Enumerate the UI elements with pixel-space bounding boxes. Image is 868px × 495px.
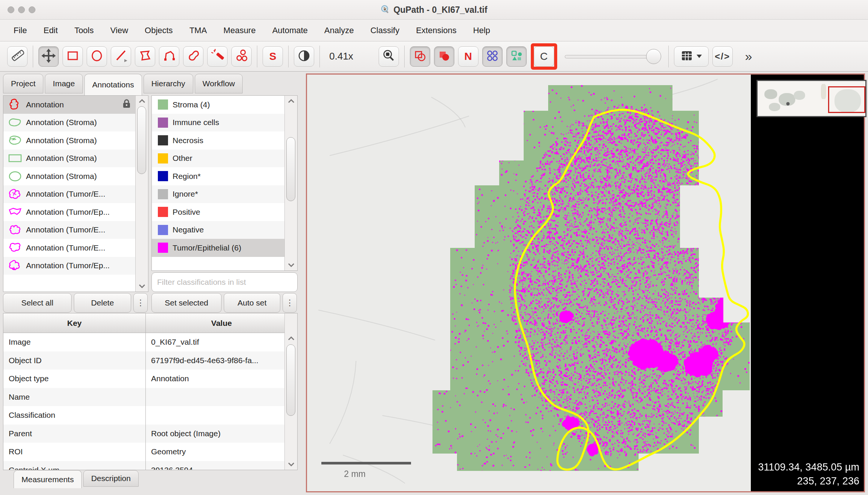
list-item[interactable]: Annotation (Stroma) — [3, 131, 148, 150]
show-annotations-button[interactable] — [410, 46, 430, 67]
toolbar-overflow-button[interactable]: » — [745, 49, 752, 64]
set-selected-button[interactable]: Set selected — [151, 293, 222, 313]
menu-tma[interactable]: TMA — [189, 26, 207, 35]
channels-icon: C — [540, 50, 547, 63]
brush-tool-button[interactable] — [183, 46, 203, 67]
list-item[interactable]: Other — [152, 150, 297, 168]
list-item[interactable]: Annotation (Stroma) — [3, 150, 148, 168]
list-item[interactable]: Annotation (Tumor/E... — [3, 239, 148, 257]
scrollbar-thumb[interactable] — [286, 344, 295, 416]
fill-annotations-button[interactable] — [434, 46, 454, 67]
points-tool-button[interactable] — [231, 46, 252, 67]
scroll-down-icon[interactable] — [288, 263, 295, 267]
annotation-shape-icon — [7, 241, 23, 255]
table-row[interactable]: Object ID67197f9d-ed45-4e63-9f86-fa... — [3, 351, 284, 370]
list-item[interactable]: Annotation — [3, 96, 148, 114]
list-item[interactable]: Annotation (Tumor/E... — [3, 221, 148, 239]
scroll-down-icon[interactable] — [288, 462, 295, 467]
show-names-button[interactable]: N — [458, 46, 478, 67]
class-list-scrollbar[interactable] — [284, 96, 297, 270]
list-item[interactable]: Tumor/Epithelial (6) — [152, 239, 297, 257]
column-header-key[interactable]: Key — [3, 313, 146, 333]
line-tool-button[interactable] — [111, 46, 131, 67]
table-row[interactable]: Image0_KI67_val.tif — [3, 333, 284, 351]
list-item[interactable]: Ignore* — [152, 185, 297, 203]
menu-analyze[interactable]: Analyze — [324, 26, 354, 35]
tab-project[interactable]: Project — [3, 74, 43, 93]
more-options-button[interactable]: ⋮ — [133, 293, 148, 313]
slider-knob[interactable] — [646, 49, 661, 64]
list-item[interactable]: Immune cells — [152, 114, 297, 132]
menu-edit[interactable]: Edit — [43, 26, 58, 35]
polyline-tool-button[interactable] — [159, 46, 179, 67]
scroll-down-icon[interactable] — [139, 284, 145, 289]
tab-workflow[interactable]: Workflow — [195, 74, 243, 93]
brightness-contrast-button[interactable] — [294, 46, 314, 67]
menu-view[interactable]: View — [110, 26, 128, 35]
polygon-tool-button[interactable] — [135, 46, 155, 67]
menu-file[interactable]: File — [14, 26, 27, 35]
tab-image[interactable]: Image — [45, 74, 83, 93]
more-options-button[interactable]: ⋮ — [283, 293, 297, 313]
menu-tools[interactable]: Tools — [74, 26, 93, 35]
annotation-list-scrollbar[interactable] — [135, 96, 148, 292]
menu-extensions[interactable]: Extensions — [416, 26, 457, 35]
tab-measurements[interactable]: Measurements — [14, 470, 82, 488]
channels-button[interactable]: C — [534, 46, 554, 67]
table-row[interactable]: ROIGeometry — [3, 443, 284, 461]
list-item[interactable]: Annotation (Stroma) — [3, 114, 148, 132]
scrollbar-thumb[interactable] — [137, 106, 146, 174]
wand-tool-button[interactable] — [207, 46, 228, 67]
table-row[interactable]: Classification — [3, 406, 284, 425]
list-item[interactable]: Annotation (Tumor/Ep... — [3, 257, 148, 275]
select-all-button[interactable]: Select all — [3, 293, 72, 313]
list-item[interactable]: Annotation (Tumor/E... — [3, 185, 148, 203]
slide-overview-button[interactable] — [7, 46, 28, 67]
table-scrollbar[interactable] — [284, 313, 297, 470]
move-tool-button[interactable] — [38, 46, 59, 67]
menu-measure[interactable]: Measure — [223, 26, 256, 35]
menu-classify[interactable]: Classify — [370, 26, 399, 35]
image-viewer[interactable]: 31109.34, 3485.05 µm 235, 237, 236 2 mm — [306, 73, 865, 492]
zoom-level-value[interactable]: 0.41x — [329, 50, 353, 62]
show-detections-button[interactable] — [482, 46, 503, 67]
tab-description[interactable]: Description — [83, 470, 139, 487]
table-row[interactable]: Centroid X µm39136.3594 — [3, 461, 284, 470]
script-editor-button[interactable]: </> — [712, 46, 733, 67]
filter-classifications-input[interactable]: Filter classifications in list — [151, 272, 298, 292]
tab-hierarchy[interactable]: Hierarchy — [144, 74, 193, 93]
class-label: Immune cells — [173, 118, 219, 127]
column-header-value[interactable]: Value — [146, 313, 297, 333]
slide-canvas[interactable] — [307, 75, 864, 491]
overview-thumbnail[interactable] — [756, 80, 866, 117]
table-row[interactable]: Name — [3, 388, 284, 406]
scrollbar-thumb[interactable] — [286, 137, 295, 201]
list-item[interactable]: Stroma (4) — [152, 96, 297, 114]
list-item[interactable]: Positive — [152, 203, 297, 221]
list-item[interactable]: Region* — [152, 167, 297, 185]
auto-set-button[interactable]: Auto set — [224, 293, 280, 313]
table-row[interactable]: Object typeAnnotation — [3, 370, 284, 388]
menu-help[interactable]: Help — [473, 26, 490, 35]
overview-viewport-rectangle[interactable] — [828, 86, 865, 113]
list-item[interactable]: Annotation (Stroma) — [3, 167, 148, 185]
table-row[interactable]: ParentRoot object (Image) — [3, 425, 284, 443]
zoom-to-fit-button[interactable] — [379, 46, 399, 67]
slider-track[interactable] — [565, 55, 660, 58]
opacity-slider[interactable] — [565, 49, 660, 64]
list-item[interactable]: Negative — [152, 221, 297, 239]
selection-mode-button[interactable]: S — [263, 46, 283, 67]
menu-objects[interactable]: Objects — [145, 26, 173, 35]
scroll-up-icon[interactable] — [288, 336, 295, 341]
scroll-up-icon[interactable] — [139, 99, 145, 103]
measurement-tables-button[interactable] — [674, 46, 709, 67]
fill-detections-button[interactable] — [506, 46, 527, 67]
list-item[interactable]: Annotation (Tumor/Ep... — [3, 203, 148, 221]
delete-button[interactable]: Delete — [74, 293, 131, 313]
scroll-up-icon[interactable] — [288, 99, 295, 103]
rectangle-tool-button[interactable] — [63, 46, 83, 67]
menu-automate[interactable]: Automate — [272, 26, 308, 35]
list-item[interactable]: Necrosis — [152, 131, 297, 150]
tab-annotations[interactable]: Annotations — [84, 74, 142, 95]
ellipse-tool-button[interactable] — [87, 46, 107, 67]
